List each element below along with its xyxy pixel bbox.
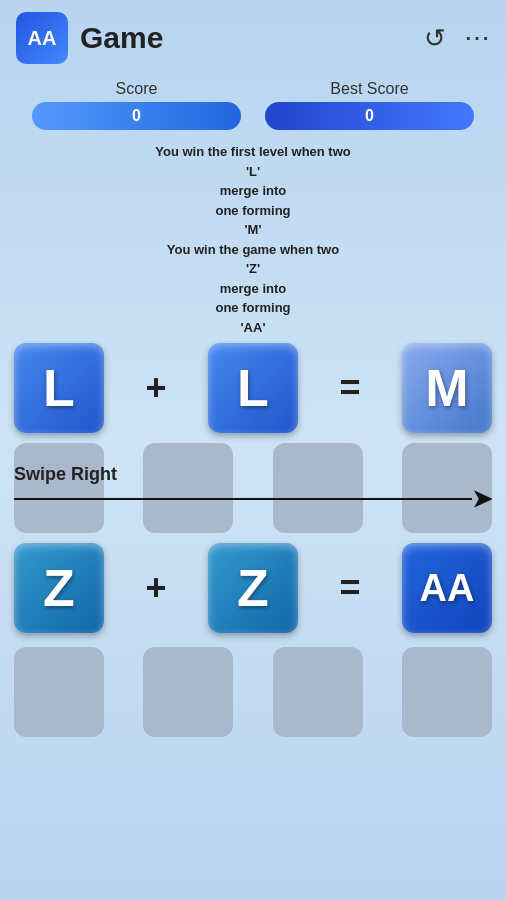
- score-bar: 0: [32, 102, 242, 130]
- score-label: Score: [116, 80, 158, 98]
- empty-cell-1: [14, 647, 104, 737]
- tile-l-2: L: [208, 343, 298, 433]
- operator-equals-2: =: [330, 543, 370, 633]
- info-level1-line1: You win the first level when two: [10, 142, 496, 162]
- info-level1-line3: merge into: [10, 181, 496, 201]
- tile-aa: AA: [402, 543, 492, 633]
- tile-row-1: L + L = M: [14, 343, 492, 433]
- info-level2-line4: one forming: [10, 298, 496, 318]
- best-score-bar: 0: [265, 102, 475, 130]
- tile-row-2: Z + Z = AA: [14, 543, 492, 633]
- swipe-overlay: Swipe Right ➤: [14, 443, 492, 533]
- app-logo: AA: [16, 12, 68, 64]
- operator-plus-1: +: [136, 343, 176, 433]
- app-title: Game: [80, 21, 412, 55]
- info-level1-line5: 'M': [10, 220, 496, 240]
- info-level1-line2: 'L': [10, 162, 496, 182]
- info-level2-line5: 'AA': [10, 318, 496, 338]
- operator-equals-1: =: [330, 343, 370, 433]
- logo-text: AA: [28, 27, 57, 50]
- equation-row-1: L + L = M: [0, 339, 506, 443]
- score-block: Score 0: [32, 80, 242, 130]
- arrow-line: [14, 498, 472, 500]
- empty-cell-4: [402, 647, 492, 737]
- header: AA Game ↺ ⋯: [0, 0, 506, 76]
- best-score-label: Best Score: [330, 80, 408, 98]
- tile-m: M: [402, 343, 492, 433]
- menu-icon[interactable]: ⋯: [464, 23, 490, 54]
- info-level1-line4: one forming: [10, 201, 496, 221]
- arrow-tip: ➤: [472, 485, 492, 513]
- operator-plus-2: +: [136, 543, 176, 633]
- score-area: Score 0 Best Score 0: [0, 76, 506, 138]
- empty-row: [14, 647, 492, 737]
- info-level2-line1: You win the game when two: [10, 240, 496, 260]
- tile-z-2: Z: [208, 543, 298, 633]
- header-icons: ↺ ⋯: [424, 23, 490, 54]
- arrow-row: ➤: [14, 485, 492, 513]
- empty-cell-2: [143, 647, 233, 737]
- swipe-label: Swipe Right: [14, 464, 117, 485]
- info-text: You win the first level when two 'L' mer…: [0, 138, 506, 339]
- tile-z-1: Z: [14, 543, 104, 633]
- swipe-container: Swipe Right ➤: [14, 443, 492, 533]
- equation-row-2: Z + Z = AA: [0, 539, 506, 643]
- refresh-icon[interactable]: ↺: [424, 23, 446, 54]
- bottom-empty-row: [0, 643, 506, 747]
- tile-l-1: L: [14, 343, 104, 433]
- swipe-section: Swipe Right ➤: [0, 443, 506, 533]
- info-level2-line2: 'Z': [10, 259, 496, 279]
- info-level2-line3: merge into: [10, 279, 496, 299]
- best-score-block: Best Score 0: [265, 80, 475, 130]
- swipe-text-row: Swipe Right: [14, 464, 492, 485]
- empty-cell-3: [273, 647, 363, 737]
